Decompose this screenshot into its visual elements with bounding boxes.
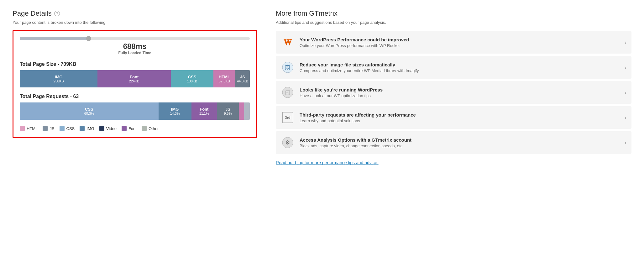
tip-text-wordpress: Looks like you're running WordPressHave … <box>300 87 620 98</box>
requests-chart-section: Total Page Requests - 63 CSS60.3%IMG14.3… <box>20 94 250 120</box>
tip-card-third-party[interactable]: 3rdThird-party requests are affecting yo… <box>276 106 631 129</box>
gtmetrix-icon: ⚙ <box>281 136 295 149</box>
legend-swatch <box>60 126 65 131</box>
legend-swatch <box>122 126 127 131</box>
third-party-icon: 3rd <box>281 111 295 124</box>
tip-arrow-third-party: › <box>625 114 626 121</box>
tip-arrow-wp-rocket: › <box>625 39 626 46</box>
legend: HTMLJSCSSIMGVideoFontOther <box>20 126 250 131</box>
wp-rocket-icon: 𝐖 <box>281 35 295 49</box>
svg-text:🖼: 🖼 <box>285 64 291 71</box>
legend-item-css: CSS <box>60 126 75 131</box>
requests-bar-chart: CSS60.3%IMG14.3%Font11.1%JS9.5% <box>20 102 250 120</box>
loaded-time: 688ms <box>20 42 250 51</box>
legend-item-font: Font <box>122 126 137 131</box>
legend-label: Other <box>149 126 159 131</box>
legend-label: HTML <box>27 126 38 131</box>
tips-container: 𝐖Your WordPress Performance could be imp… <box>276 31 631 154</box>
legend-swatch <box>43 126 48 131</box>
legend-swatch <box>80 126 85 131</box>
tip-heading-wordpress: Looks like you're running WordPress <box>300 87 620 92</box>
svg-text:⚙: ⚙ <box>285 139 290 146</box>
tip-card-imagify[interactable]: 🖼Reduce your image file sizes automatica… <box>276 56 631 79</box>
size-bar-segment-js: JS44.0KB <box>235 70 250 87</box>
tip-text-wp-rocket: Your WordPress Performance could be impr… <box>300 37 620 48</box>
legend-item-js: JS <box>43 126 54 131</box>
req-bar-segment-img: IMG14.3% <box>159 102 191 120</box>
size-bar-segment-css: CSS130KB <box>171 70 213 87</box>
req-bar-segment-js: JS9.5% <box>217 102 239 120</box>
tip-heading-wp-rocket: Your WordPress Performance could be impr… <box>300 37 620 42</box>
timeline-fill <box>20 37 89 40</box>
size-bar-segment-font: Font224KB <box>97 70 171 87</box>
page-details-subtitle: Your page content is broken down into th… <box>13 20 257 25</box>
timeline-marker <box>86 36 91 41</box>
legend-swatch <box>142 126 147 131</box>
wordpress-icon: ◱ <box>281 86 295 99</box>
tip-desc-third-party: Learn why and potential solutions <box>300 118 620 123</box>
tip-heading-gtmetrix: Access Analysis Options with a GTmetrix … <box>300 137 620 143</box>
timeline-track <box>20 37 250 40</box>
legend-label: CSS <box>66 126 75 131</box>
legend-label: JS <box>50 126 54 131</box>
imagify-icon: 🖼 <box>281 60 295 74</box>
right-subtitle: Additional tips and suggestions based on… <box>276 20 631 25</box>
req-bar-segment-font: Font11.1% <box>191 102 217 120</box>
loaded-label: Fully Loaded Time <box>20 51 250 55</box>
requests-chart-title: Total Page Requests - 63 <box>20 94 250 99</box>
right-panel: More from GTmetrix Additional tips and s… <box>276 9 631 165</box>
legend-label: Video <box>106 126 117 131</box>
size-bar-segment-img: IMG238KB <box>20 70 97 87</box>
legend-label: Font <box>128 126 137 131</box>
tip-desc-imagify: Compress and optimize your entire WP Med… <box>300 68 620 73</box>
main-container: Page Details ? Your page content is brok… <box>0 0 644 175</box>
tip-text-imagify: Reduce your image file sizes automatical… <box>300 62 620 73</box>
right-title: More from GTmetrix <box>276 9 631 18</box>
tip-card-gtmetrix[interactable]: ⚙Access Analysis Options with a GTmetrix… <box>276 131 631 154</box>
svg-text:◱: ◱ <box>285 89 291 96</box>
blog-link[interactable]: Read our blog for more performance tips … <box>276 160 631 165</box>
timeline-container: 688ms Fully Loaded Time <box>20 37 250 55</box>
tip-card-wp-rocket[interactable]: 𝐖Your WordPress Performance could be imp… <box>276 31 631 54</box>
tip-card-wordpress[interactable]: ◱Looks like you're running WordPressHave… <box>276 81 631 104</box>
tip-desc-wp-rocket: Optimize your WordPress performance with… <box>300 43 620 48</box>
legend-swatch <box>20 126 25 131</box>
tip-text-third-party: Third-party requests are affecting your … <box>300 112 620 123</box>
tip-arrow-wordpress: › <box>625 89 626 96</box>
red-box: 688ms Fully Loaded Time Total Page Size … <box>13 30 257 138</box>
legend-swatch <box>99 126 104 131</box>
size-bar-chart: IMG238KBFont224KBCSS130KBHTML67.6KBJS44.… <box>20 70 250 87</box>
req-bar-segment-css: CSS60.3% <box>20 102 159 120</box>
legend-item-video: Video <box>99 126 117 131</box>
tip-arrow-gtmetrix: › <box>625 139 626 146</box>
legend-item-html: HTML <box>20 126 38 131</box>
req-bar-segment- <box>239 102 244 120</box>
tip-text-gtmetrix: Access Analysis Options with a GTmetrix … <box>300 137 620 148</box>
size-chart-title: Total Page Size - 709KB <box>20 61 250 67</box>
req-bar-segment- <box>244 102 250 120</box>
page-details-label: Page Details <box>13 9 52 18</box>
tip-arrow-imagify: › <box>625 64 626 71</box>
size-bar-segment-html: HTML67.6KB <box>213 70 235 87</box>
legend-item-other: Other <box>142 126 159 131</box>
legend-label: IMG <box>86 126 94 131</box>
help-icon[interactable]: ? <box>54 11 60 16</box>
page-details-title: Page Details ? <box>13 9 257 18</box>
size-chart-section: Total Page Size - 709KB IMG238KBFont224K… <box>20 61 250 87</box>
legend-item-img: IMG <box>80 126 94 131</box>
tip-desc-wordpress: Have a look at our WP optimization tips <box>300 93 620 98</box>
left-panel: Page Details ? Your page content is brok… <box>13 9 257 165</box>
tip-heading-imagify: Reduce your image file sizes automatical… <box>300 62 620 67</box>
tip-desc-gtmetrix: Block ads, capture video, change connect… <box>300 144 620 148</box>
tip-heading-third-party: Third-party requests are affecting your … <box>300 112 620 118</box>
